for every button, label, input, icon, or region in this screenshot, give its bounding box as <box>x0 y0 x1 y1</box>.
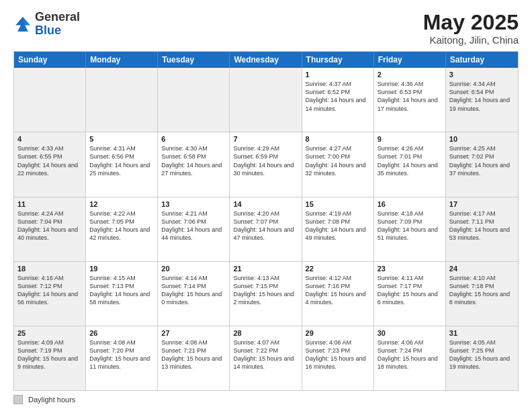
cal-cell-29: 29Sunrise: 4:06 AM Sunset: 7:23 PM Dayli… <box>302 326 374 390</box>
cal-header-thursday: Thursday <box>302 52 374 68</box>
cal-cell-6: 6Sunrise: 4:30 AM Sunset: 6:58 PM Daylig… <box>158 132 230 196</box>
day-number: 1 <box>306 71 370 79</box>
main-title: May 2025 <box>423 11 519 34</box>
cell-text: Sunrise: 4:10 AM Sunset: 7:18 PM Dayligh… <box>449 274 515 307</box>
day-number: 15 <box>306 200 370 208</box>
logo-general-text: General <box>35 10 80 24</box>
day-number: 10 <box>449 135 515 143</box>
cal-cell-4: 4Sunrise: 4:33 AM Sunset: 6:55 PM Daylig… <box>14 132 86 196</box>
cal-cell-13: 13Sunrise: 4:21 AM Sunset: 7:06 PM Dayli… <box>158 197 230 261</box>
cal-cell-9: 9Sunrise: 4:26 AM Sunset: 7:01 PM Daylig… <box>374 132 446 196</box>
cell-text: Sunrise: 4:16 AM Sunset: 7:12 PM Dayligh… <box>17 274 82 307</box>
cal-cell-empty-0-2 <box>158 68 230 132</box>
day-number: 11 <box>17 200 82 208</box>
cal-cell-21: 21Sunrise: 4:13 AM Sunset: 7:15 PM Dayli… <box>230 262 302 326</box>
day-number: 19 <box>89 265 154 273</box>
cal-row-0: 1Sunrise: 4:37 AM Sunset: 6:52 PM Daylig… <box>14 68 518 132</box>
day-number: 17 <box>449 200 515 208</box>
day-number: 20 <box>161 265 226 273</box>
cal-cell-empty-0-0 <box>14 68 86 132</box>
cal-header-wednesday: Wednesday <box>230 52 302 68</box>
calendar-body: 1Sunrise: 4:37 AM Sunset: 6:52 PM Daylig… <box>14 68 518 390</box>
cal-cell-2: 2Sunrise: 4:36 AM Sunset: 6:53 PM Daylig… <box>374 68 446 132</box>
day-number: 26 <box>89 329 154 337</box>
cell-text: Sunrise: 4:13 AM Sunset: 7:15 PM Dayligh… <box>233 274 298 307</box>
cal-cell-5: 5Sunrise: 4:31 AM Sunset: 6:56 PM Daylig… <box>86 132 158 196</box>
cal-cell-25: 25Sunrise: 4:09 AM Sunset: 7:19 PM Dayli… <box>14 326 86 390</box>
cal-cell-11: 11Sunrise: 4:24 AM Sunset: 7:04 PM Dayli… <box>14 197 86 261</box>
day-number: 28 <box>233 329 298 337</box>
day-number: 4 <box>17 135 82 143</box>
cell-text: Sunrise: 4:33 AM Sunset: 6:55 PM Dayligh… <box>17 144 82 177</box>
cell-text: Sunrise: 4:34 AM Sunset: 6:54 PM Dayligh… <box>449 80 515 113</box>
cal-cell-26: 26Sunrise: 4:08 AM Sunset: 7:20 PM Dayli… <box>86 326 158 390</box>
day-number: 24 <box>449 265 515 273</box>
cal-header-monday: Monday <box>86 52 158 68</box>
logo-blue-text: Blue <box>35 24 61 37</box>
day-number: 5 <box>89 135 154 143</box>
cell-text: Sunrise: 4:12 AM Sunset: 7:16 PM Dayligh… <box>306 274 370 307</box>
day-number: 29 <box>306 329 370 337</box>
cal-cell-7: 7Sunrise: 4:29 AM Sunset: 6:59 PM Daylig… <box>230 132 302 196</box>
day-number: 3 <box>449 71 515 79</box>
cell-text: Sunrise: 4:07 AM Sunset: 7:22 PM Dayligh… <box>233 338 298 371</box>
cell-text: Sunrise: 4:20 AM Sunset: 7:07 PM Dayligh… <box>233 210 298 242</box>
cell-text: Sunrise: 4:31 AM Sunset: 6:56 PM Dayligh… <box>89 144 154 177</box>
cell-text: Sunrise: 4:19 AM Sunset: 7:08 PM Dayligh… <box>306 210 370 242</box>
cal-cell-16: 16Sunrise: 4:18 AM Sunset: 7:09 PM Dayli… <box>374 197 446 261</box>
cal-cell-20: 20Sunrise: 4:14 AM Sunset: 7:14 PM Dayli… <box>158 262 230 326</box>
cell-text: Sunrise: 4:15 AM Sunset: 7:13 PM Dayligh… <box>89 274 154 307</box>
cal-cell-8: 8Sunrise: 4:27 AM Sunset: 7:00 PM Daylig… <box>302 132 374 196</box>
cal-cell-31: 31Sunrise: 4:05 AM Sunset: 7:25 PM Dayli… <box>446 326 518 390</box>
cell-text: Sunrise: 4:36 AM Sunset: 6:53 PM Dayligh… <box>378 80 442 113</box>
cal-row-4: 25Sunrise: 4:09 AM Sunset: 7:19 PM Dayli… <box>14 326 518 390</box>
logo-icon <box>13 15 32 34</box>
logo: General Blue <box>13 11 80 38</box>
day-number: 31 <box>449 329 515 337</box>
cell-text: Sunrise: 4:37 AM Sunset: 6:52 PM Dayligh… <box>306 80 370 113</box>
cell-text: Sunrise: 4:26 AM Sunset: 7:01 PM Dayligh… <box>378 144 442 177</box>
cal-cell-empty-0-3 <box>230 68 302 132</box>
cal-cell-19: 19Sunrise: 4:15 AM Sunset: 7:13 PM Dayli… <box>86 262 158 326</box>
day-number: 23 <box>378 265 442 273</box>
cal-row-2: 11Sunrise: 4:24 AM Sunset: 7:04 PM Dayli… <box>14 197 518 262</box>
cell-text: Sunrise: 4:18 AM Sunset: 7:09 PM Dayligh… <box>378 210 442 242</box>
calendar-header-row: SundayMondayTuesdayWednesdayThursdayFrid… <box>14 52 518 68</box>
cell-text: Sunrise: 4:21 AM Sunset: 7:06 PM Dayligh… <box>161 210 226 242</box>
day-number: 21 <box>233 265 298 273</box>
cell-text: Sunrise: 4:11 AM Sunset: 7:17 PM Dayligh… <box>378 274 442 307</box>
cell-text: Sunrise: 4:27 AM Sunset: 7:00 PM Dayligh… <box>306 144 370 177</box>
cal-cell-28: 28Sunrise: 4:07 AM Sunset: 7:22 PM Dayli… <box>230 326 302 390</box>
cell-text: Sunrise: 4:24 AM Sunset: 7:04 PM Dayligh… <box>17 210 82 242</box>
cell-text: Sunrise: 4:05 AM Sunset: 7:25 PM Dayligh… <box>449 338 515 371</box>
cell-text: Sunrise: 4:08 AM Sunset: 7:21 PM Dayligh… <box>161 338 226 371</box>
day-number: 8 <box>306 135 370 143</box>
cal-cell-24: 24Sunrise: 4:10 AM Sunset: 7:18 PM Dayli… <box>446 262 518 326</box>
calendar: SundayMondayTuesdayWednesdayThursdayFrid… <box>13 51 519 391</box>
cal-header-saturday: Saturday <box>446 52 518 68</box>
cal-cell-empty-0-1 <box>86 68 158 132</box>
cal-cell-27: 27Sunrise: 4:08 AM Sunset: 7:21 PM Dayli… <box>158 326 230 390</box>
day-number: 13 <box>161 200 226 208</box>
cal-cell-23: 23Sunrise: 4:11 AM Sunset: 7:17 PM Dayli… <box>374 262 446 326</box>
cal-header-friday: Friday <box>374 52 446 68</box>
day-number: 9 <box>378 135 442 143</box>
cell-text: Sunrise: 4:08 AM Sunset: 7:20 PM Dayligh… <box>89 338 154 371</box>
cell-text: Sunrise: 4:25 AM Sunset: 7:02 PM Dayligh… <box>449 144 515 177</box>
day-number: 2 <box>378 71 442 79</box>
footer: Daylight hours <box>13 395 519 404</box>
day-number: 18 <box>17 265 82 273</box>
cal-cell-30: 30Sunrise: 4:06 AM Sunset: 7:24 PM Dayli… <box>374 326 446 390</box>
cell-text: Sunrise: 4:30 AM Sunset: 6:58 PM Dayligh… <box>161 144 226 177</box>
logo-text: General Blue <box>35 11 80 38</box>
cell-text: Sunrise: 4:29 AM Sunset: 6:59 PM Dayligh… <box>233 144 298 177</box>
cal-cell-3: 3Sunrise: 4:34 AM Sunset: 6:54 PM Daylig… <box>446 68 518 132</box>
cal-cell-17: 17Sunrise: 4:17 AM Sunset: 7:11 PM Dayli… <box>446 197 518 261</box>
day-number: 12 <box>89 200 154 208</box>
legend-box <box>13 395 23 404</box>
legend-label: Daylight hours <box>28 396 75 404</box>
cal-cell-14: 14Sunrise: 4:20 AM Sunset: 7:07 PM Dayli… <box>230 197 302 261</box>
page: General Blue May 2025 Kaitong, Jilin, Ch… <box>0 0 532 411</box>
cell-text: Sunrise: 4:14 AM Sunset: 7:14 PM Dayligh… <box>161 274 226 307</box>
cal-row-1: 4Sunrise: 4:33 AM Sunset: 6:55 PM Daylig… <box>14 132 518 197</box>
